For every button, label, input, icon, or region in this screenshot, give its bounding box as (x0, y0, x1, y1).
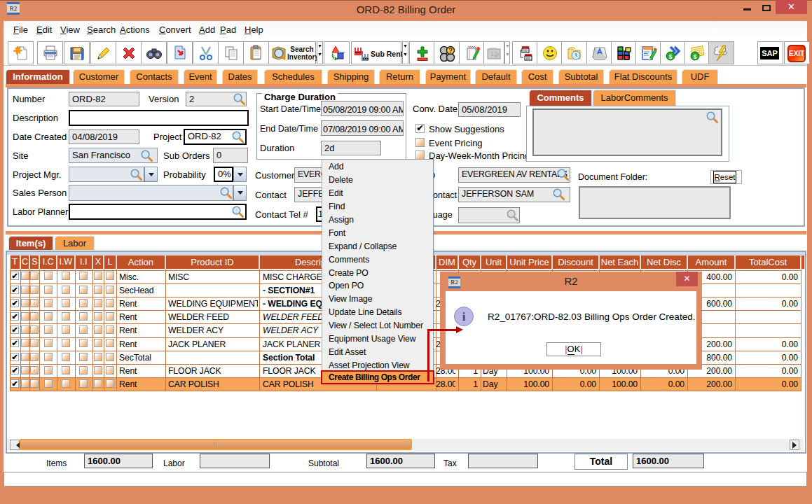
svg-text:$: $ (693, 53, 696, 60)
svg-text:?: ? (448, 47, 452, 55)
svg-text:$: $ (668, 53, 672, 60)
